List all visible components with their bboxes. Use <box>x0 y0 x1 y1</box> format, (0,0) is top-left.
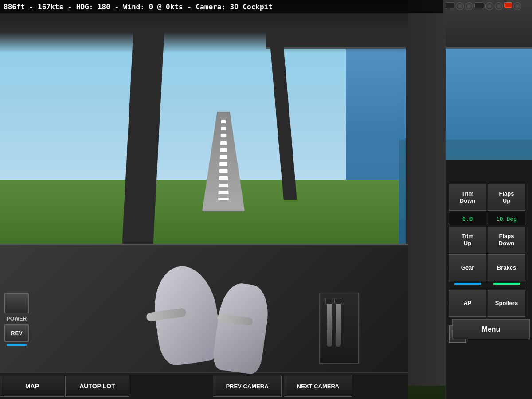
trim-down-button[interactable]: TrimDown <box>449 184 486 211</box>
rev-button[interactable]: REV <box>4 324 29 342</box>
autopilot-button[interactable]: AUTOPILOT <box>65 376 129 397</box>
flaps-up-button[interactable]: FlapsUp <box>488 184 525 211</box>
brakes-button[interactable]: Brakes <box>488 254 525 281</box>
trim-up-button[interactable]: TrimUp <box>449 227 486 253</box>
ap-spoilers-row: AP Spoilers <box>446 290 532 317</box>
spoilers-button[interactable]: Spoilers <box>488 290 525 317</box>
gear-button[interactable]: Gear <box>449 254 486 281</box>
map-button[interactable]: MAP <box>0 376 64 397</box>
overhead-knob[interactable] <box>456 2 464 10</box>
bottom-bar: MAP AUTOPILOT PREV CAMERA NEXT CAMERA <box>0 372 408 399</box>
ap-label: AP <box>463 300 471 307</box>
throttle-quadrant <box>319 293 359 364</box>
trim-flaps-up-row: TrimDown FlapsUp <box>446 184 532 211</box>
right-cockpit-wall <box>406 0 446 386</box>
menu-label: Menu <box>482 325 501 333</box>
rev-indicator <box>7 344 27 346</box>
power-section: POWER REV <box>4 293 29 346</box>
gear-label: Gear <box>461 264 474 271</box>
overhead-knob[interactable] <box>485 2 493 10</box>
power-button[interactable] <box>4 293 29 313</box>
next-camera-button[interactable]: NEXT CAMERA <box>284 376 352 397</box>
gear-brakes-row: Gear Brakes <box>446 254 532 286</box>
overhead-red-btn[interactable] <box>504 2 512 8</box>
brakes-group: Brakes <box>488 254 525 286</box>
ap-button[interactable]: AP <box>449 290 486 317</box>
power-label: POWER <box>7 316 27 322</box>
throttle-handle-1[interactable] <box>325 298 333 304</box>
overhead-switch[interactable] <box>445 2 454 8</box>
overhead-switch[interactable] <box>474 2 484 8</box>
overhead-knob[interactable] <box>465 2 473 10</box>
menu-button[interactable]: Menu <box>452 319 530 339</box>
throttle-handle-2[interactable] <box>334 298 342 304</box>
flaps-value-display: 10 Deg <box>488 212 525 225</box>
trim-value: 0.0 <box>462 215 473 222</box>
hud-status-bar: 886ft - 167kts - HDG: 180 - Wind: 0 @ 0k… <box>0 0 443 13</box>
overhead-knob[interactable] <box>513 2 521 10</box>
brakes-label: Brakes <box>497 264 516 271</box>
throttle-lever-1[interactable] <box>327 302 332 347</box>
brakes-indicator-bar <box>493 283 520 285</box>
throttle-lever-2[interactable] <box>336 302 341 347</box>
flaps-value: 10 Deg <box>496 215 517 222</box>
hud-status-text: 886ft - 167kts - HDG: 180 - Wind: 0 @ 0k… <box>4 3 273 11</box>
trim-value-display: 0.0 <box>449 212 486 225</box>
trim-flaps-down-row: TrimUp FlapsDown <box>446 227 532 253</box>
overhead-knob[interactable] <box>495 2 503 10</box>
gear-group: Gear <box>449 254 486 286</box>
right-panel: Menu TrimDown FlapsUp 0.0 10 Deg TrimUp … <box>446 160 532 399</box>
cockpit-view: 167kts 886ft 167 886 180° <box>0 0 532 399</box>
spoilers-label: Spoilers <box>495 300 518 307</box>
flaps-down-button[interactable]: FlapsDown <box>488 227 525 253</box>
rev-label: REV <box>11 330 23 336</box>
values-row: 0.0 10 Deg <box>446 212 532 225</box>
gear-indicator-bar <box>454 283 481 285</box>
prev-camera-button[interactable]: PREV CAMERA <box>213 376 282 397</box>
